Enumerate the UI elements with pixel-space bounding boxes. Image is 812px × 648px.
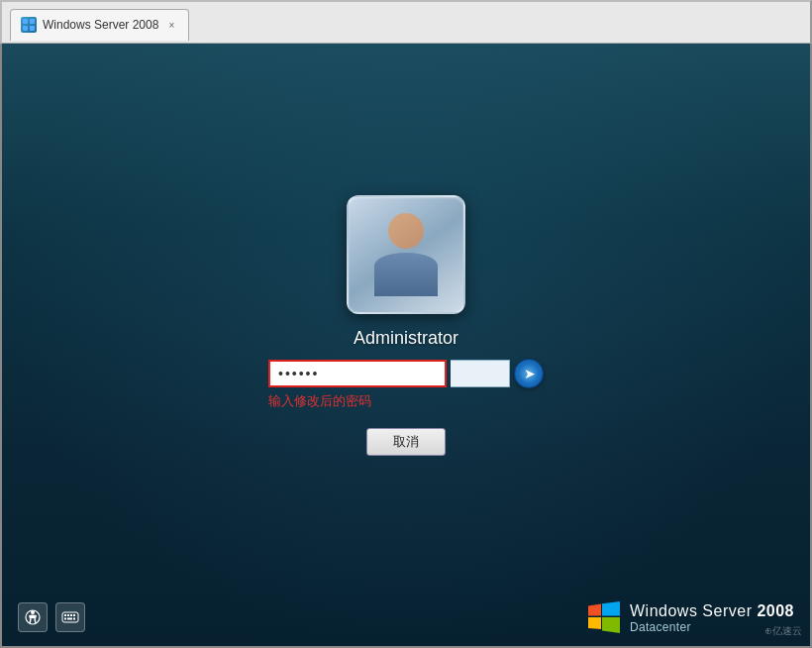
svg-rect-1	[30, 19, 35, 24]
browser-tab[interactable]: Windows Server 2008 ×	[10, 9, 189, 41]
login-container: Administrator ➤ 输入修改后的密码 取消	[268, 195, 544, 456]
tab-icon	[21, 17, 37, 33]
password-confirm-input[interactable]	[451, 360, 510, 387]
svg-rect-6	[62, 612, 78, 622]
cancel-button[interactable]: 取消	[366, 428, 446, 456]
branding-edition: Datacenter	[630, 620, 794, 634]
browser-chrome: Windows Server 2008 ×	[0, 0, 812, 44]
svg-rect-8	[67, 614, 69, 616]
tab-close-button[interactable]: ×	[164, 18, 178, 32]
svg-rect-3	[30, 26, 35, 31]
svg-rect-2	[23, 26, 28, 31]
os-screen: Administrator ➤ 输入修改后的密码 取消	[0, 44, 812, 648]
avatar-head	[388, 213, 424, 249]
branding-title: Windows Server 2008	[630, 601, 794, 620]
svg-rect-0	[23, 19, 28, 24]
branding-text: Windows Server 2008 Datacenter	[630, 601, 794, 634]
bottom-left-icons	[18, 602, 85, 632]
tab-label: Windows Server 2008	[43, 18, 158, 32]
svg-rect-7	[64, 614, 66, 616]
svg-rect-12	[67, 618, 72, 620]
keyboard-icon-button[interactable]	[55, 602, 85, 632]
svg-rect-11	[64, 618, 66, 620]
login-button[interactable]: ➤	[514, 359, 544, 388]
password-input[interactable]	[268, 360, 447, 387]
password-row: ➤	[268, 359, 544, 388]
svg-rect-9	[70, 614, 72, 616]
login-arrow-icon: ➤	[524, 366, 536, 381]
username-label: Administrator	[354, 328, 458, 349]
avatar-figure	[374, 213, 438, 296]
svg-rect-10	[73, 614, 75, 616]
windows-logo-icon	[588, 601, 620, 633]
svg-rect-13	[73, 618, 75, 620]
bottom-bar: Windows Server 2008 Datacenter	[2, 601, 810, 634]
helper-text: 输入修改后的密码	[268, 392, 371, 410]
avatar-body	[374, 253, 438, 296]
branding: Windows Server 2008 Datacenter	[588, 601, 794, 634]
accessibility-icon-button[interactable]	[18, 602, 48, 632]
avatar	[347, 195, 465, 314]
